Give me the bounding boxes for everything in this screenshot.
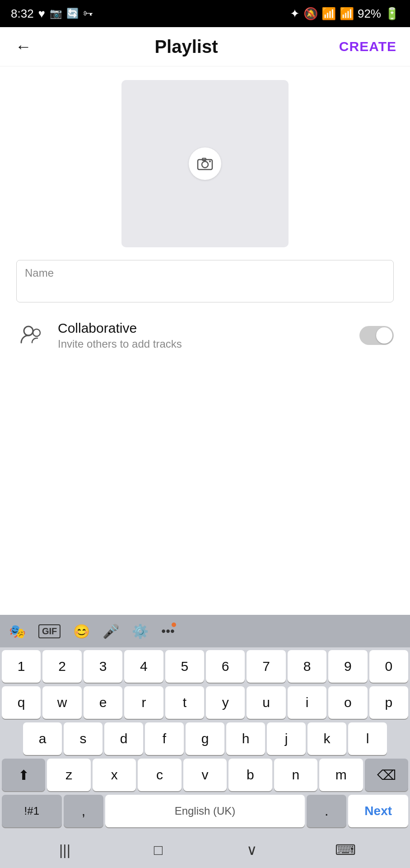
period-key[interactable]: .	[307, 795, 346, 827]
main-content: Name Collaborative Invite others to add …	[0, 66, 410, 615]
key-j[interactable]: j	[267, 722, 306, 755]
next-key[interactable]: Next	[348, 795, 408, 827]
toggle-knob	[376, 327, 392, 344]
key-i[interactable]: i	[288, 686, 326, 719]
key-7[interactable]: 7	[247, 650, 285, 683]
create-button[interactable]: CREATE	[339, 39, 396, 54]
key-q[interactable]: q	[2, 686, 41, 719]
collaborative-text: Collaborative Invite others to add track…	[58, 321, 349, 350]
mic-icon[interactable]: 🎤	[102, 623, 119, 639]
shift-key[interactable]: ⬆	[2, 759, 45, 791]
key-n[interactable]: n	[274, 759, 317, 791]
svg-point-6	[41, 343, 42, 343]
more-options-icon[interactable]: •••	[161, 624, 174, 638]
back-button[interactable]: ←	[14, 35, 33, 58]
space-key[interactable]: English (UK)	[105, 795, 305, 827]
svg-point-4	[24, 326, 33, 335]
cover-area	[16, 80, 394, 247]
collaborative-icon-box	[16, 320, 48, 351]
nav-home-button[interactable]: □	[140, 836, 177, 863]
keyboard-toolbar: 🎭 GIF 😊 🎤 ⚙️ •••	[0, 615, 410, 647]
mute-icon: 🔕	[303, 7, 318, 21]
battery-icon: 🔋	[385, 7, 399, 21]
settings-icon[interactable]: ⚙️	[132, 623, 149, 639]
status-bar: 8:32 ♥ 📷 🔄 🗝 ✦ 🔕 📶 📶 92% 🔋	[0, 0, 410, 27]
page-title: Playlist	[154, 37, 218, 57]
key-h[interactable]: h	[226, 722, 265, 755]
symbol-key[interactable]: !#1	[2, 795, 62, 827]
mid-letter-row: a s d f g h j k l	[0, 720, 410, 756]
gif-button[interactable]: GIF	[38, 624, 61, 638]
key-f[interactable]: f	[145, 722, 184, 755]
notification-dot	[172, 623, 176, 627]
key-2[interactable]: 2	[42, 650, 81, 683]
key-icon: 🗝	[83, 8, 93, 19]
heart-icon: ♥	[38, 7, 45, 21]
keyboard-area: 🎭 GIF 😊 🎤 ⚙️ ••• 1 2 3 4 5 6 7 8 9 0 q w…	[0, 615, 410, 832]
collaborative-icon	[19, 322, 46, 349]
collaborative-subtitle: Invite others to add tracks	[58, 338, 349, 350]
nav-keyboard-button[interactable]: ⌨	[327, 836, 363, 863]
key-v[interactable]: v	[183, 759, 227, 791]
comma-key[interactable]: ,	[64, 795, 103, 827]
camera-icon	[196, 155, 214, 172]
sticker-icon[interactable]: 🎭	[9, 623, 26, 639]
wifi-icon: 📶	[321, 7, 336, 21]
signal-icon: 📶	[340, 7, 354, 21]
emoji-icon[interactable]: 😊	[73, 623, 90, 639]
svg-point-1	[202, 161, 208, 168]
key-d[interactable]: d	[104, 722, 143, 755]
toolbar-icons: 🎭 GIF 😊 🎤 ⚙️ •••	[9, 623, 175, 639]
key-g[interactable]: g	[186, 722, 224, 755]
key-b[interactable]: b	[228, 759, 272, 791]
key-r[interactable]: r	[124, 686, 163, 719]
key-8[interactable]: 8	[288, 650, 326, 683]
name-input[interactable]	[25, 282, 385, 297]
key-c[interactable]: c	[138, 759, 181, 791]
battery-percent: 92%	[358, 7, 381, 21]
key-5[interactable]: 5	[165, 650, 204, 683]
bluetooth-icon: ✦	[290, 7, 300, 21]
key-x[interactable]: x	[93, 759, 136, 791]
key-e[interactable]: e	[84, 686, 122, 719]
bottom-bar: ||| □ ∨ ⌨	[0, 832, 410, 868]
status-time: 8:32	[11, 7, 34, 21]
key-0[interactable]: 0	[369, 650, 408, 683]
status-right: ✦ 🔕 📶 📶 92% 🔋	[290, 7, 399, 21]
key-z[interactable]: z	[47, 759, 90, 791]
header: ← Playlist CREATE	[0, 27, 410, 66]
key-a[interactable]: a	[23, 722, 62, 755]
nav-back-button[interactable]: |||	[47, 836, 83, 863]
key-6[interactable]: 6	[206, 650, 245, 683]
key-k[interactable]: k	[308, 722, 346, 755]
name-label: Name	[25, 267, 385, 279]
key-w[interactable]: w	[42, 686, 81, 719]
space-row: !#1 , English (UK) . Next	[0, 792, 410, 832]
key-s[interactable]: s	[64, 722, 102, 755]
key-1[interactable]: 1	[2, 650, 41, 683]
backspace-key[interactable]: ⌫	[365, 759, 408, 791]
svg-point-5	[33, 329, 40, 336]
key-t[interactable]: t	[165, 686, 204, 719]
key-p[interactable]: p	[369, 686, 408, 719]
key-m[interactable]: m	[319, 759, 363, 791]
top-letter-row: q w e r t y u i o p	[0, 684, 410, 720]
key-9[interactable]: 9	[328, 650, 367, 683]
name-input-container: Name	[16, 260, 394, 302]
sim-icon: 🔄	[66, 8, 79, 19]
cover-image-picker[interactable]	[121, 80, 289, 247]
camera-button[interactable]	[189, 147, 221, 180]
key-y[interactable]: y	[206, 686, 245, 719]
collaborative-title: Collaborative	[58, 321, 349, 336]
status-left: 8:32 ♥ 📷 🔄 🗝	[11, 7, 93, 21]
collaborative-row: Collaborative Invite others to add track…	[16, 315, 394, 356]
video-icon: 📷	[50, 8, 62, 19]
key-3[interactable]: 3	[84, 650, 122, 683]
key-u[interactable]: u	[247, 686, 285, 719]
key-l[interactable]: l	[348, 722, 387, 755]
collaborative-toggle[interactable]	[359, 326, 394, 345]
svg-point-3	[209, 160, 211, 162]
key-o[interactable]: o	[328, 686, 367, 719]
nav-down-button[interactable]: ∨	[234, 836, 270, 863]
key-4[interactable]: 4	[124, 650, 163, 683]
